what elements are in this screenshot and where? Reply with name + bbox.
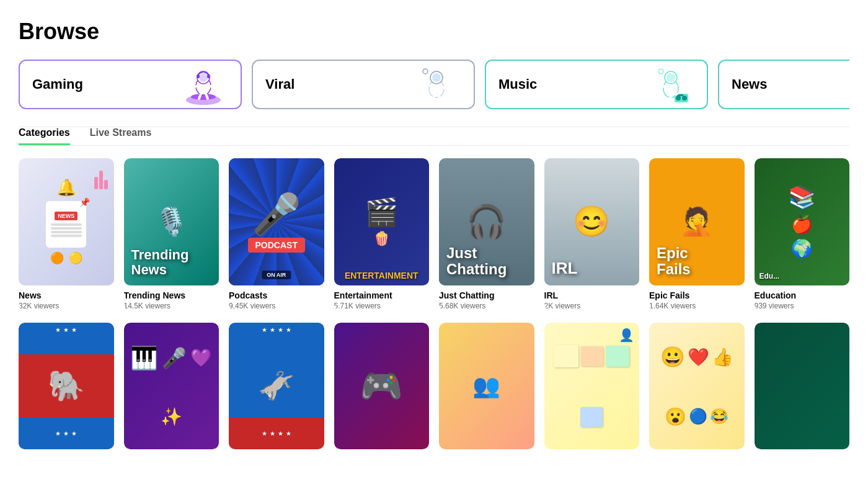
- tab-viral-label: Viral: [265, 76, 294, 92]
- card-news-title: News: [19, 290, 114, 300]
- svg-line-16: [432, 96, 434, 101]
- cards-row-1: 🔔 NEWS 📌 🟠 🟡: [19, 158, 849, 310]
- card-news[interactable]: 🔔 NEWS 📌 🟠 🟡: [19, 158, 114, 310]
- svg-rect-9: [197, 74, 200, 78]
- card-podcasts-title: Podcasts: [229, 290, 324, 300]
- svg-point-13: [432, 73, 441, 82]
- tab-gaming-label: Gaming: [32, 76, 83, 92]
- card-news-viewers: 32K viewers: [19, 302, 114, 310]
- tab-news[interactable]: News: [718, 60, 849, 109]
- category-tabs: Gaming: [19, 60, 849, 109]
- card-epic-fails-title: Epic Fails: [649, 290, 745, 300]
- card-just-chatting-viewers: 5.68K viewers: [439, 302, 534, 310]
- page-title: Browse: [19, 19, 849, 45]
- card-education-viewers: 939 viewers: [755, 302, 850, 310]
- svg-point-14: [423, 69, 428, 74]
- card-education[interactable]: 📚 🍎 🌍 Edu... Education 939 viewers: [755, 158, 850, 310]
- svg-point-23: [676, 96, 681, 101]
- svg-line-8: [206, 94, 208, 99]
- svg-point-21: [658, 69, 663, 74]
- tab-music-mascot: [645, 63, 694, 106]
- tab-viral[interactable]: Viral: [252, 60, 475, 109]
- cards-row-2: ★ ★ ★ 🐘 ★ ★ ★: [19, 323, 849, 450]
- tab-news-label: News: [732, 76, 767, 92]
- svg-line-7: [199, 94, 201, 99]
- svg-line-17: [439, 96, 441, 101]
- card-partial[interactable]: [755, 323, 850, 450]
- tab-categories[interactable]: Categories: [19, 127, 70, 145]
- svg-line-28: [676, 94, 678, 95]
- browse-page: Browse Gaming: [0, 0, 868, 449]
- card-trending-viewers: 14.5K viewers: [124, 302, 219, 310]
- svg-point-20: [666, 73, 675, 82]
- card-gaming2[interactable]: 🎮: [334, 323, 430, 450]
- card-entertainment[interactable]: 🎬 🍿 ENTERTAINMENT Entertainment 5.71K vi…: [334, 158, 430, 310]
- card-music2[interactable]: 🎹 🎤 💜 ✨: [124, 323, 219, 450]
- card-podcasts[interactable]: 🎤 PODCAST ON AIR Podcasts 9.45K viewers: [229, 158, 324, 310]
- tab-gaming[interactable]: Gaming: [19, 60, 242, 109]
- card-irl-viewers: 2K viewers: [544, 302, 640, 310]
- card-irl[interactable]: 😊 IRL IRL 2K viewers: [544, 158, 640, 310]
- card-emoji[interactable]: 😀 ❤️ 👍 😮 🔵 😂: [649, 323, 745, 450]
- card-entertainment-viewers: 5.71K viewers: [334, 302, 430, 310]
- tab-gaming-mascot: [179, 63, 228, 106]
- card-trending-news[interactable]: 🎙️ TrendingNews Trending News 14.5K view…: [124, 158, 219, 310]
- svg-line-15: [444, 87, 449, 91]
- card-epic-fails-viewers: 1.64K viewers: [649, 302, 745, 310]
- nav-tabs: Categories Live Streams: [19, 127, 849, 146]
- card-republican[interactable]: ★ ★ ★ 🐘 ★ ★ ★: [19, 323, 114, 450]
- tab-viral-mascot: [412, 63, 461, 106]
- tab-music[interactable]: Music: [485, 60, 708, 109]
- svg-line-5: [191, 86, 196, 90]
- card-entertainment-title: Entertainment: [334, 290, 430, 300]
- svg-point-24: [682, 96, 687, 101]
- card-democrat[interactable]: ★ ★ ★ ★ 🫏 ★ ★ ★ ★: [229, 323, 324, 450]
- card-podcasts-viewers: 9.45K viewers: [229, 302, 324, 310]
- card-epic-fails[interactable]: 🤦 EpicFails Epic Fails 1.64K viewers: [649, 158, 745, 310]
- card-sticky[interactable]: 👤: [544, 323, 640, 450]
- svg-line-6: [211, 86, 216, 90]
- card-trending-title: Trending News: [124, 290, 219, 300]
- card-social[interactable]: 👥: [439, 323, 534, 450]
- tab-music-label: Music: [498, 76, 537, 92]
- card-education-title: Education: [755, 290, 850, 300]
- tab-live-streams[interactable]: Live Streams: [90, 127, 152, 145]
- card-just-chatting[interactable]: 🎧 JustChatting Just Chatting 5.68K viewe…: [439, 158, 534, 310]
- svg-rect-10: [207, 74, 210, 78]
- svg-line-26: [658, 86, 663, 90]
- card-just-chatting-title: Just Chatting: [439, 290, 534, 300]
- svg-point-4: [199, 73, 208, 82]
- card-irl-title: IRL: [544, 290, 640, 300]
